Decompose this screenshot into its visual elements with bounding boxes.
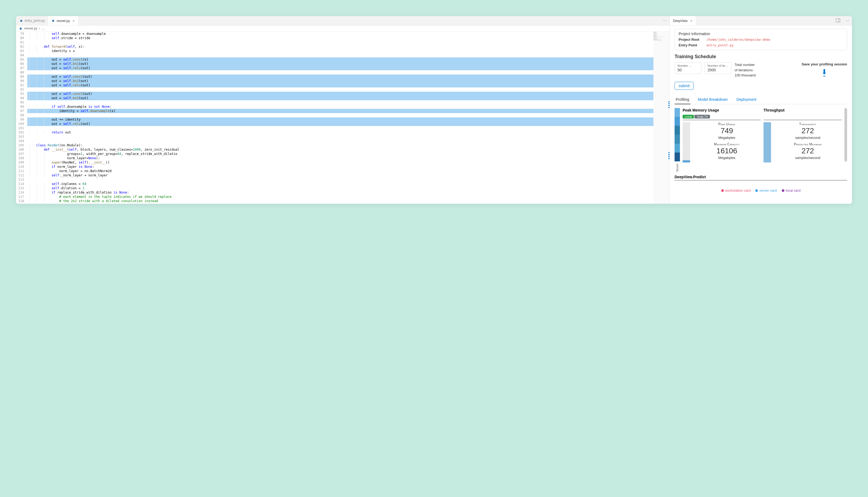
code-line[interactable]: if replace_stride_with_dilation is None: [27, 190, 653, 195]
code-line[interactable]: out += identity [27, 117, 653, 122]
code-line[interactable]: self.dilation = 1 [27, 186, 653, 190]
tab-entry-point[interactable]: ⬢ entry_point.py [16, 16, 48, 25]
code-line[interactable]: groups=1, width_per_group=64, replace_st… [27, 152, 653, 156]
code-line[interactable] [27, 126, 653, 130]
code-line[interactable]: if self.downsample is not None: [27, 104, 653, 109]
tab-overflow-button[interactable]: ⋯ [660, 18, 670, 23]
layout-button[interactable] [833, 18, 843, 23]
code-line[interactable]: identity = self.downsample(x) [27, 109, 653, 113]
code-line[interactable]: out = self.bn3(out) [27, 96, 653, 100]
memory-bar [682, 122, 690, 162]
code-line[interactable]: def __init__(self, block, layers, num_cl… [27, 147, 653, 152]
predicted-max-value: 272 [774, 147, 842, 155]
local-badge: Local [682, 115, 694, 118]
code-line[interactable]: self.inplanes = 64 [27, 182, 653, 186]
tab-overflow-button[interactable]: ⋯ [843, 18, 852, 23]
throughput-card: Throughput Throughput 272 samples/second… [764, 108, 842, 172]
code-line[interactable]: out = self.bn2(out) [27, 79, 653, 83]
code-line[interactable]: identity = x [27, 49, 653, 53]
project-info-card: Project Information Project Root /home/j… [675, 29, 847, 50]
code-line[interactable]: norm_layer=None): [27, 156, 653, 160]
code-line[interactable]: return out [27, 130, 653, 134]
card-title: Throughput [764, 108, 842, 112]
code-line[interactable] [27, 87, 653, 92]
editor[interactable]: 7980818283848586878889909192939495969798… [16, 32, 670, 204]
tab-label: DeepView [673, 19, 688, 23]
code-line[interactable]: out = self.relu(out) [27, 83, 653, 87]
close-icon[interactable]: × [73, 19, 75, 23]
code-line[interactable]: out = self.conv2(out) [27, 74, 653, 79]
code-line[interactable]: class ResNet(nn.Module): [27, 143, 653, 147]
split-handle-icon[interactable] [668, 152, 670, 159]
peak-usage-unit: Megabytes [693, 136, 761, 140]
field-value: 2000 [707, 68, 729, 72]
legend-dot-icon [755, 189, 758, 192]
code-area[interactable]: self.downsample = downsample self.stride… [27, 32, 653, 204]
legend-item: local card [782, 188, 801, 193]
close-icon[interactable]: × [690, 19, 692, 23]
code-line[interactable] [27, 178, 653, 182]
editor-tab-bar: ⬢ entry_point.py ⬢ resnet.py × ⋯ [16, 16, 670, 26]
max-capacity-value: 16106 [693, 147, 761, 155]
minimap[interactable]: self.downsample = downsample self.stride… [653, 32, 670, 204]
tab-model-breakdown[interactable]: Model Breakdown [697, 95, 729, 104]
tab-deepview[interactable]: DeepView × [670, 16, 696, 25]
code-line[interactable]: out = self.conv3(out) [27, 92, 653, 96]
legend-item: server card [755, 188, 777, 193]
code-line[interactable] [27, 40, 653, 44]
scrollbar[interactable] [844, 108, 847, 162]
breadcrumb-sep: › [39, 27, 40, 30]
metrics-row: Model Peak Memory Usage LocalTesla T4 [675, 108, 847, 172]
model-heatmap [675, 108, 680, 162]
predict-heading: DeepView.Predict [675, 175, 847, 181]
editor-pane: ⬢ entry_point.py ⬢ resnet.py × ⋯ ⬢ resne… [16, 16, 670, 204]
code-line[interactable]: def forward(self, x): [27, 44, 653, 49]
max-capacity-unit: Megabytes [693, 156, 761, 160]
heatmap-label: Model [676, 164, 679, 172]
training-schedule-row: Number … 50 Number of ite… 2000 Total nu… [675, 62, 847, 78]
code-line[interactable]: # the 2x2 stride with a dilated convolut… [27, 199, 653, 203]
split-handle-icon[interactable] [668, 101, 670, 108]
code-line[interactable]: # each element in the tuple indicates if… [27, 195, 653, 199]
code-line[interactable] [27, 134, 653, 139]
code-line[interactable] [27, 139, 653, 143]
save-session-title: Save your profiling session [801, 62, 847, 66]
field-label: Number … [678, 64, 698, 67]
field-value: 50 [678, 68, 698, 72]
iterations-field[interactable]: Number of ite… 2000 [705, 62, 731, 74]
code-line[interactable]: self._norm_layer = norm_layer [27, 173, 653, 178]
code-line[interactable]: super(ResNet, self).__init__() [27, 160, 653, 165]
number-field[interactable]: Number … 50 [675, 62, 701, 74]
profile-tabs: Profiling Model Breakdown Deployment [675, 95, 847, 104]
throughput-label: Throughput [774, 122, 842, 126]
code-line[interactable] [27, 70, 653, 74]
tab-resnet[interactable]: ⬢ resnet.py × [48, 16, 78, 25]
code-line[interactable]: self.stride = stride [27, 36, 653, 40]
tab-deployment[interactable]: Deployment [735, 95, 757, 104]
save-session: Save your profiling session ⬇▬ [801, 62, 847, 77]
code-line[interactable] [27, 53, 653, 57]
code-line[interactable]: out = self.relu(out) [27, 122, 653, 126]
python-icon: ⬢ [19, 19, 23, 23]
legend-dot-icon [721, 189, 724, 192]
code-line[interactable]: out = self.bn1(out) [27, 62, 653, 66]
code-line[interactable]: self.downsample = downsample [27, 32, 653, 36]
throughput-value: 272 [774, 127, 842, 135]
breadcrumb-rest: … [42, 27, 45, 30]
entry-point-value: entry_point.py [706, 43, 734, 47]
throughput-unit: samples/second [774, 136, 842, 140]
code-line[interactable]: replace_stride_with_dilation = [False, F… [27, 203, 653, 204]
download-icon[interactable]: ⬇▬ [801, 68, 847, 77]
code-line[interactable]: out = self.conv1(x) [27, 57, 653, 62]
code-line[interactable]: norm_layer = nn.BatchNorm2d [27, 169, 653, 173]
throughput-bar [764, 122, 771, 162]
submit-button[interactable]: submit [675, 82, 694, 90]
right-tab-bar: DeepView × ⋯ [670, 16, 852, 26]
code-line[interactable] [27, 100, 653, 104]
code-line[interactable]: out = self.relu(out) [27, 66, 653, 70]
breadcrumb[interactable]: ⬢ resnet.py › … [16, 26, 670, 32]
code-line[interactable]: if norm_layer is None: [27, 165, 653, 169]
code-line[interactable] [27, 113, 653, 117]
python-icon: ⬢ [51, 19, 55, 23]
tab-profiling[interactable]: Profiling [675, 95, 690, 104]
